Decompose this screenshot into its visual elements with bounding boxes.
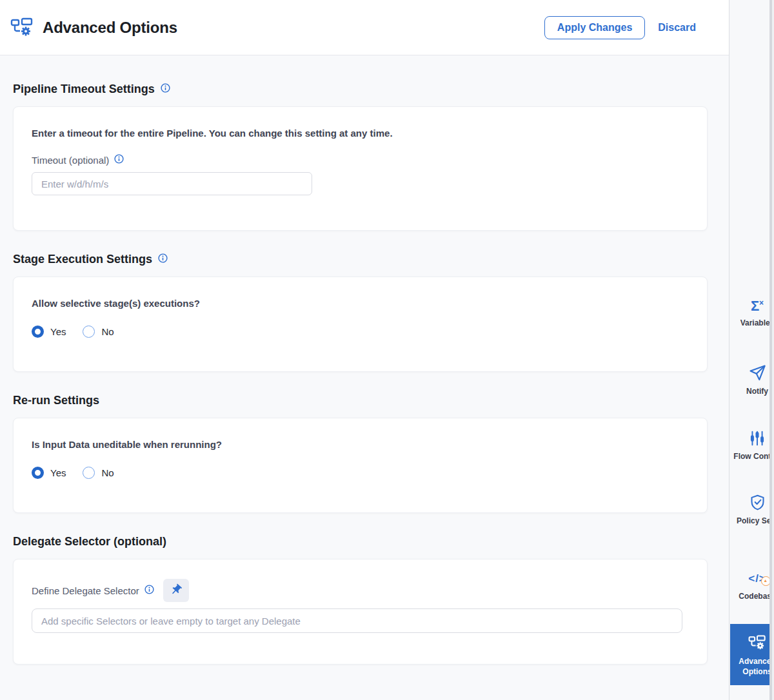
pushpin-icon (170, 583, 183, 598)
stage-execution-radio-no[interactable]: No (83, 326, 114, 338)
delegate-card: Define Delegate Selector (13, 559, 708, 665)
section-heading-pipeline-timeout: Pipeline Timeout Settings (13, 83, 729, 96)
stage-execution-radio-yes[interactable]: Yes (32, 326, 66, 338)
rail-item-advanced-options[interactable]: Advanced Options (730, 624, 774, 685)
section-heading-rerun: Re-run Settings (13, 394, 729, 407)
rerun-radio-group: Yes No (32, 467, 689, 479)
delegate-heading-text: Delegate Selector (optional) (13, 535, 166, 549)
rail-item-codebase[interactable]: </>▲ Codebase (730, 567, 774, 601)
delegate-field-label: Define Delegate Selector (32, 585, 154, 596)
rerun-question: Is Input Data uneditable when rerunning? (32, 439, 689, 450)
header-actions: Apply Changes Discard (544, 16, 696, 39)
sigma-x-icon: Σ× (730, 294, 774, 313)
stage-execution-heading-text: Stage Execution Settings (13, 253, 152, 266)
info-icon[interactable] (144, 585, 154, 596)
timeout-field-label: Timeout (optional) (32, 154, 689, 166)
shield-check-icon (730, 492, 774, 511)
sliders-icon (730, 427, 774, 447)
radio-unchecked-icon[interactable] (83, 467, 95, 479)
timeout-description: Enter a timeout for the entire Pipeline.… (32, 128, 689, 139)
pipeline-gear-icon (9, 16, 35, 39)
timeout-input[interactable] (32, 172, 312, 195)
main-panel: Advanced Options Apply Changes Discard P… (0, 0, 729, 700)
rail-item-policy-sets[interactable]: Policy Sets (730, 492, 774, 526)
rail-item-notify[interactable]: Notify (730, 362, 774, 396)
delegate-label-row: Define Delegate Selector (32, 579, 689, 602)
info-icon[interactable] (158, 253, 168, 266)
rerun-card: Is Input Data uneditable when rerunning?… (13, 418, 708, 513)
pipeline-timeout-heading-text: Pipeline Timeout Settings (13, 83, 155, 96)
rerun-radio-yes[interactable]: Yes (32, 467, 66, 479)
apply-changes-button[interactable]: Apply Changes (544, 16, 645, 39)
radio-unchecked-icon[interactable] (83, 326, 95, 338)
right-rail: Σ× Variables Notify (729, 0, 774, 700)
paper-plane-icon (730, 362, 774, 382)
pipeline-timeout-card: Enter a timeout for the entire Pipeline.… (13, 106, 708, 231)
stage-execution-radio-group: Yes No (32, 326, 689, 338)
radio-checked-icon[interactable] (32, 326, 44, 338)
header: Advanced Options Apply Changes Discard (0, 0, 729, 55)
radio-checked-icon[interactable] (32, 467, 44, 479)
rail-item-flow-control[interactable]: Flow Control (730, 427, 774, 462)
rail-item-variables[interactable]: Σ× Variables (730, 294, 774, 328)
section-heading-stage-execution: Stage Execution Settings (13, 253, 729, 266)
delegate-selector-input[interactable] (32, 608, 682, 633)
rerun-heading-text: Re-run Settings (13, 394, 99, 407)
pin-button[interactable] (163, 579, 189, 602)
stage-execution-question: Allow selective stage(s) executions? (32, 298, 689, 309)
rerun-radio-no[interactable]: No (83, 467, 114, 479)
stage-execution-card: Allow selective stage(s) executions? Yes… (13, 277, 708, 372)
info-icon[interactable] (161, 83, 170, 96)
content: Pipeline Timeout Settings Enter a timeou… (0, 55, 729, 665)
section-heading-delegate: Delegate Selector (optional) (13, 535, 729, 549)
discard-button[interactable]: Discard (658, 21, 696, 34)
pipeline-gear-icon (730, 633, 774, 651)
code-warning-icon: </>▲ (730, 567, 774, 587)
info-icon[interactable] (114, 154, 124, 166)
page-title: Advanced Options (43, 19, 177, 37)
